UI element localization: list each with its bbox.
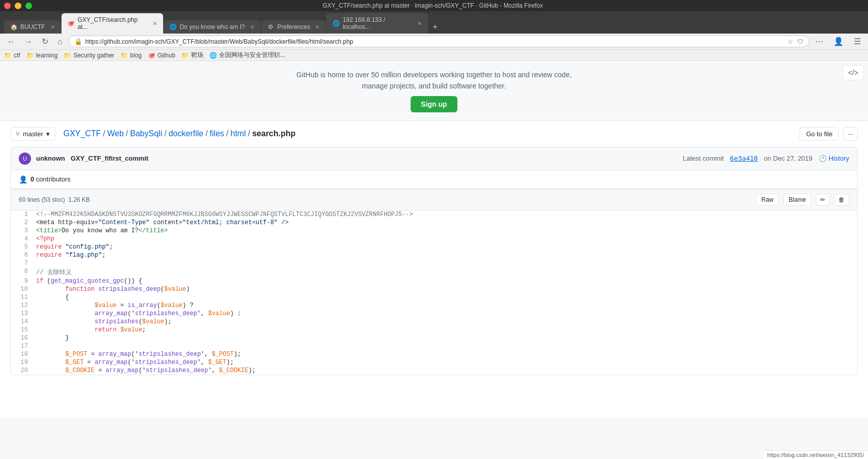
minimize-button[interactable] [15, 3, 21, 9]
signup-button[interactable]: Sign up [411, 96, 457, 112]
code-header: 60 lines (53 sloc) 1.26 KB Raw Blame ✏ 🗑 [11, 190, 857, 210]
commit-text: unknown GXY_CTF_fifirst_commit [36, 155, 148, 162]
delete-button[interactable]: 🗑 [834, 194, 849, 206]
bookmark-learning-icon: 📁 [26, 52, 34, 59]
tab-close-local[interactable]: ✕ [417, 20, 422, 27]
tab-gxy[interactable]: 🐙 GXY_CTF/search.php at... ✕ [61, 13, 163, 34]
line-content: $_GET = array_map('stripslashes_deep', $… [36, 358, 857, 366]
table-row: 6require "flag.php"; [11, 251, 857, 259]
breadcrumb-files[interactable]: files [210, 129, 224, 138]
forward-button[interactable]: → [21, 36, 36, 47]
contributors-text: 0 contributors [30, 175, 71, 183]
line-number: 14 [11, 318, 36, 326]
line-number: 15 [11, 326, 36, 334]
tab-label-prefs: Preferences [277, 23, 311, 30]
contributors-bar: 👤 0 contributors [10, 170, 858, 189]
commit-hash[interactable]: 6e3a410 [730, 155, 758, 162]
tab-doyou[interactable]: 🌐 Do you know who am I? ✕ [164, 20, 261, 34]
tab-favicon-buuctf: 🏠 [10, 23, 17, 30]
line-number: 8 [11, 267, 36, 277]
author-avatar: U [19, 152, 31, 165]
bookmark-security[interactable]: 📁 Security gather [64, 52, 114, 59]
line-number: 5 [11, 243, 36, 251]
breadcrumb-repo[interactable]: GXY_CTF [64, 129, 101, 138]
breadcrumb-dockerfile[interactable]: dockerfile [169, 129, 203, 138]
tab-local[interactable]: 🌐 192.168.8.133 / localhos... ✕ [326, 13, 428, 34]
bookmark-bichang[interactable]: 📁 靶场 [181, 51, 203, 59]
tab-close-prefs[interactable]: ✕ [315, 24, 320, 30]
title-bar: GXY_CTF/search.php at master · imagin-sc… [0, 0, 868, 11]
banner-text2: manage projects, and build software toge… [8, 80, 860, 91]
tab-close-gxy[interactable]: ✕ [152, 20, 157, 27]
window-title: GXY_CTF/search.php at master · imagin-sc… [32, 2, 833, 9]
extensions-button[interactable]: ⋯ [812, 36, 826, 47]
tab-favicon-doyou: 🌐 [170, 23, 177, 30]
table-row: 11 { [11, 293, 857, 301]
back-button[interactable]: ← [4, 36, 18, 47]
breadcrumb: GXY_CTF / Web / BabySqli / dockerfile / … [64, 129, 296, 138]
raw-button[interactable]: Raw [756, 194, 779, 206]
branch-selector[interactable]: ⑂ master ▾ [10, 127, 55, 141]
contributors-label: contributors [36, 175, 71, 183]
banner-text1: GitHub is home to over 50 million develo… [8, 69, 860, 80]
menu-button[interactable]: ☰ [851, 36, 864, 47]
maximize-button[interactable] [25, 3, 32, 9]
branch-name: master [23, 130, 43, 138]
bookmark-learning[interactable]: 📁 learning [26, 52, 58, 59]
signup-banner: GitHub is home to over 50 million develo… [0, 61, 868, 121]
new-tab-button[interactable]: + [428, 20, 441, 34]
code-view-icon[interactable]: </> [843, 65, 864, 80]
bookmark-bichang-icon: 📁 [181, 52, 189, 59]
go-to-file-button[interactable]: Go to file [799, 127, 839, 141]
bookmark-blog[interactable]: 📁 blog [120, 52, 142, 59]
bookmark-star-icon[interactable]: ☆ [788, 38, 793, 45]
nav-extra-buttons: ⋯ 👤 ☰ [812, 36, 864, 47]
file-header: ⑂ master ▾ GXY_CTF / Web / BabySqli / do… [0, 121, 868, 147]
commit-author: unknown [36, 155, 65, 162]
line-number: 17 [11, 342, 36, 350]
reload-button[interactable]: ↻ [39, 36, 51, 47]
bookmark-blog-icon: 📁 [120, 52, 128, 59]
line-content: if (get_magic_quotes_gpc()) { [36, 277, 857, 285]
url-bar[interactable]: 🔒 https://github.com/imagin-sch/GXY_CTF/… [69, 36, 809, 47]
breadcrumb-html[interactable]: html [231, 129, 246, 138]
line-content: require "config.php"; [36, 243, 857, 251]
home-button[interactable]: ⌂ [54, 36, 66, 47]
code-size: 1.26 KB [68, 196, 90, 203]
line-content: <!--MMZFM422K5HDASKDN5TVU3SKOZRFGQRRMMZF… [36, 210, 857, 219]
table-row: 19 $_GET = array_map('stripslashes_deep'… [11, 358, 857, 366]
tab-buuctf[interactable]: 🏠 BUUCTF ✕ [4, 20, 61, 34]
line-number: 1 [11, 210, 36, 219]
bookmark-security-icon: 📁 [64, 52, 71, 59]
line-content: array_map('stripslashes_deep', $value) : [36, 310, 857, 318]
breadcrumb-web[interactable]: Web [107, 129, 124, 138]
breadcrumb-babysqli[interactable]: BabySqli [130, 129, 162, 138]
table-row: 17 [11, 342, 857, 350]
history-button[interactable]: 🕐 History [819, 155, 849, 162]
blame-button[interactable]: Blame [783, 194, 812, 206]
commit-right: Latest commit 6e3a410 on Dec 27, 2019 🕐 … [683, 155, 849, 162]
line-content: // 去除转义 [36, 267, 857, 277]
edit-button[interactable]: ✏ [816, 194, 830, 206]
table-row: 4<?php [11, 235, 857, 243]
commit-left: U unknown GXY_CTF_fifirst_commit [19, 152, 148, 165]
table-row: 20 $_COOKIE = array_map('stripslashes_de… [11, 366, 857, 375]
line-content: <meta http-equiv="Content-Type" content=… [36, 219, 857, 227]
line-content: <title>Do you know who am I?</title> [36, 227, 857, 235]
tab-close-buuctf[interactable]: ✕ [50, 24, 55, 30]
tab-prefs[interactable]: ⚙ Preferences ✕ [261, 20, 326, 34]
tab-close-doyou[interactable]: ✕ [250, 24, 255, 30]
code-table: 1<!--MMZFM422K5HDASKDN5TVU3SKOZRFGQRRMMZ… [11, 210, 857, 375]
more-options-button[interactable]: ··· [843, 127, 858, 141]
bookmark-quanguo[interactable]: 🌐 全国网络与安全管理职... [209, 51, 285, 59]
bookmark-github[interactable]: 🐙 Github [148, 52, 175, 59]
line-number: 18 [11, 350, 36, 358]
code-actions: Raw Blame ✏ 🗑 [756, 194, 849, 206]
line-content: $value = is_array($value) ? [36, 301, 857, 310]
close-button[interactable] [4, 3, 11, 9]
table-row: 8// 去除转义 [11, 267, 857, 277]
table-row: 9if (get_magic_quotes_gpc()) { [11, 277, 857, 285]
profile-button[interactable]: 👤 [830, 36, 847, 47]
line-content: <?php [36, 235, 857, 243]
bookmark-ctf[interactable]: 📁 ctf [4, 52, 20, 59]
